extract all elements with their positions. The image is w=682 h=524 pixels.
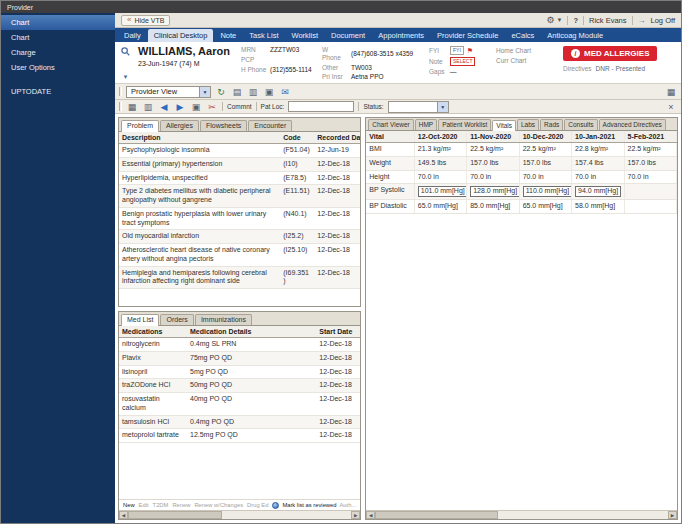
nav-tab-note[interactable]: Note [214, 29, 242, 42]
nav-tab-worklist[interactable]: Worklist [285, 29, 324, 42]
scrollbar-track[interactable] [375, 511, 668, 519]
action-renew-w-changes[interactable]: Renew w/Changes [194, 502, 243, 508]
flowsheet-icon[interactable]: ▥ [142, 101, 154, 113]
med-allergies-badge[interactable]: i MED ALLERGIES [563, 46, 657, 61]
logoff-button[interactable]: Log Off [651, 16, 675, 25]
medication-row[interactable]: nitroglycerin0.4mg SL PRN12-Dec-18 [119, 338, 360, 352]
vital-row[interactable]: BMI21.3 kg/m²22.5 kg/m²22.5 kg/m²22.8 kg… [366, 143, 676, 157]
vital-row[interactable]: BP Systolic101.0 mm[Hg]128.0 mm[Hg]110.0… [366, 184, 676, 200]
patient-search-icon[interactable] [121, 47, 130, 56]
gear-caret-icon[interactable]: ▼ [556, 17, 562, 23]
sidebar-item-charge[interactable]: Charge [1, 45, 115, 60]
action-mark-list-as-reviewed[interactable]: Mark list as reviewed [282, 502, 336, 508]
expand-banner-chevron-icon[interactable]: ▼ [123, 74, 129, 80]
directives-value[interactable]: DNR - Presented [596, 65, 646, 72]
action-t2dm[interactable]: T2DM [153, 502, 169, 508]
sidebar-item-chart[interactable]: Chart [1, 15, 115, 30]
nav-tab-task-list[interactable]: Task List [243, 29, 284, 42]
medication-row[interactable]: tamsulosin HCl0.4mg PO QD12-Dec-18 [119, 415, 360, 429]
scroll-right-button[interactable]: ▶ [668, 511, 677, 519]
action-edit[interactable]: Edit [139, 502, 149, 508]
chartviewer-tab-rads[interactable]: Rads [540, 119, 563, 130]
nav-tab-ecalcs[interactable]: eCalcs [505, 29, 540, 42]
dropdown-arrow-icon[interactable]: ▼ [437, 102, 448, 112]
nav-tab-clinical-desktop[interactable]: Clinical Desktop [148, 29, 214, 42]
chartviewer-tab-patient-worklist[interactable]: Patient Worklist [438, 119, 491, 130]
chartviewer-tab-hmp[interactable]: HMP [415, 119, 437, 130]
action-renew[interactable]: Renew [172, 502, 190, 508]
toolbar-grip[interactable] [119, 102, 122, 111]
status-dropdown[interactable]: ▼ [388, 101, 449, 113]
fyi-flag-icon[interactable]: ⚑ [467, 47, 473, 54]
meds-tab-immunizations[interactable]: Immunizations [195, 314, 252, 325]
problem-row[interactable]: Atherosclerotic heart disease of native … [119, 244, 360, 267]
view-selector-dropdown[interactable]: Provider View ▼ [126, 86, 211, 98]
nav-tab-daily[interactable]: Daily [118, 29, 147, 42]
nav-tab-appointments[interactable]: Appointments [372, 29, 430, 42]
notes-icon[interactable]: ▥ [247, 86, 259, 98]
problems-tab-allergies[interactable]: Allergies [160, 120, 199, 131]
medication-row[interactable]: traZODone HCl50mg PO QD12-Dec-18 [119, 379, 360, 393]
problems-tab-flowsheets[interactable]: Flowsheets [200, 120, 247, 131]
forward-icon[interactable]: ▶ [174, 101, 186, 113]
link-home-chart[interactable]: Home Chart [496, 47, 538, 54]
chartviewer-tab-consults[interactable]: Consults [564, 119, 597, 130]
horizontal-scrollbar[interactable]: ◀ ▶ [119, 510, 360, 519]
medication-row[interactable]: metoprolol tartrate12.5mg PO QD12-Dec-18 [119, 429, 360, 443]
problems-tab-problem[interactable]: Problem [121, 120, 159, 132]
nav-tab-anticoag-module[interactable]: Anticoag Module [541, 29, 609, 42]
medication-row[interactable]: Plavix75mg PO QD12-Dec-18 [119, 351, 360, 365]
print-icon[interactable]: ▣ [263, 86, 275, 98]
mail-icon[interactable]: ✉ [279, 86, 291, 98]
patient-name[interactable]: WILLIAMS, Aaron [138, 45, 234, 57]
problem-row[interactable]: Essential (primary) hypertension(I10)12-… [119, 157, 360, 171]
reviewed-status-icon[interactable] [272, 502, 279, 509]
problem-row[interactable]: Type 2 diabetes mellitus with diabetic p… [119, 185, 360, 208]
worklist-icon[interactable]: ▤ [231, 86, 243, 98]
dropdown-arrow-icon[interactable]: ▼ [199, 87, 210, 97]
vital-row[interactable]: BP Diastolic65.0 mm[Hg]85.0 mm[Hg]65.0 m… [366, 200, 676, 214]
fyi-value-box[interactable]: FYI [450, 46, 464, 55]
scroll-right-button[interactable]: ▶ [351, 511, 360, 519]
nav-tab-provider-schedule[interactable]: Provider Schedule [431, 29, 504, 42]
note-select-button[interactable]: SELECT [450, 57, 475, 66]
back-icon[interactable]: ◀ [158, 101, 170, 113]
gear-icon[interactable]: ⚙ [546, 16, 554, 25]
panel-layout-icon[interactable]: ▦ [665, 86, 677, 98]
current-user[interactable]: Rick Evans [589, 16, 627, 25]
chartviewer-tab-advanced-directives[interactable]: Advanced Directives [599, 119, 666, 130]
chartviewer-tab-chart-viewer[interactable]: Chart Viewer [368, 119, 413, 130]
hide-vtb-button[interactable]: « Hide VTB [121, 15, 170, 26]
refresh-icon[interactable]: ↻ [215, 86, 227, 98]
scrollbar-thumb[interactable] [375, 511, 498, 519]
nav-tab-document[interactable]: Document [325, 29, 371, 42]
chartviewer-tab-labs[interactable]: Labs [517, 119, 539, 130]
scrollbar-thumb[interactable] [128, 511, 222, 519]
action-new[interactable]: New [123, 502, 135, 508]
document-icon[interactable]: ▣ [190, 101, 202, 113]
meds-tab-orders[interactable]: Orders [160, 314, 193, 325]
link-curr-chart[interactable]: Curr Chart [496, 57, 538, 64]
pat-loc-input[interactable] [288, 101, 354, 112]
medication-row[interactable]: lisinopril5mg PO QD12-Dec-18 [119, 365, 360, 379]
action-drug-ed[interactable]: Drug Ed [247, 502, 268, 508]
close-icon[interactable]: × [665, 101, 677, 113]
sidebar-item-user-options[interactable]: User Options [1, 60, 115, 75]
problem-row[interactable]: Old myocardial infarction(I25.2)12-Dec-1… [119, 230, 360, 244]
problem-row[interactable]: Psychophysiologic insomnia(F51.04)12-Jun… [119, 144, 360, 158]
vital-row[interactable]: Weight149.5 lbs157.0 lbs157.0 lbs157.4 l… [366, 156, 676, 170]
medication-row[interactable]: rosuvastatin calcium40mg PO QD12-Dec-18 [119, 393, 360, 416]
chartviewer-tab-vitals[interactable]: Vitals [492, 120, 516, 131]
action-auth[interactable]: Auth... [340, 502, 357, 508]
problems-tab-encounter[interactable]: Encounter [248, 120, 292, 131]
problem-row[interactable]: Hemiplegia and hemiparesis following cer… [119, 266, 360, 289]
scroll-left-button[interactable]: ◀ [366, 511, 375, 519]
problem-row[interactable]: Hyperlipidemia, unspecified(E78.5)12-Dec… [119, 171, 360, 185]
calendar-icon[interactable]: ▦ [126, 101, 138, 113]
sidebar-item-uptodate[interactable]: UPTODATE [1, 84, 115, 99]
problem-row[interactable]: Benign prostatic hyperplasia with lower … [119, 207, 360, 230]
meds-tab-med-list[interactable]: Med List [121, 314, 159, 326]
scroll-left-button[interactable]: ◀ [119, 511, 128, 519]
scissors-icon[interactable]: ✂ [206, 101, 218, 113]
vital-row[interactable]: Height70.0 in70.0 in70.0 in70.0 in70.0 i… [366, 170, 676, 184]
